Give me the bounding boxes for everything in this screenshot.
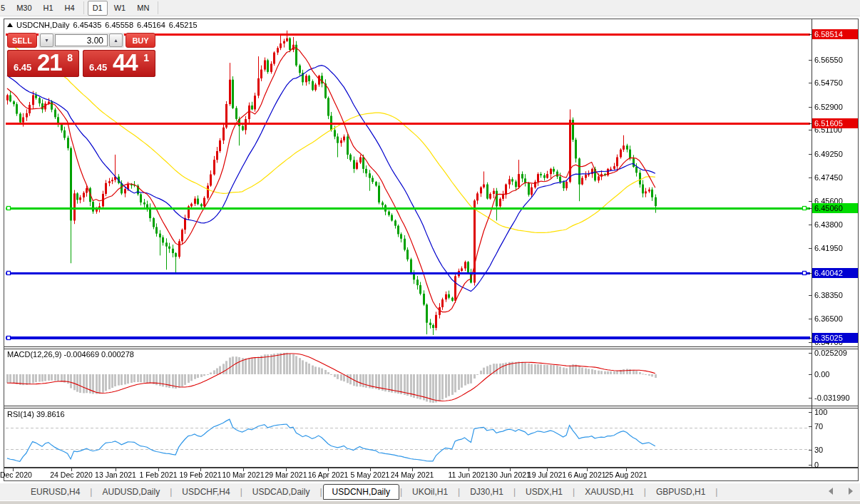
chart-tab-audusd-daily[interactable]: AUDUSD,Daily bbox=[93, 485, 169, 499]
axis-tick-label: 100 bbox=[814, 408, 827, 416]
tab-separator: | bbox=[715, 487, 717, 497]
axis-tick-label: 6.47450 bbox=[814, 173, 843, 182]
chart-tab-dj30-h1[interactable]: DJ30,H1 bbox=[461, 485, 513, 499]
axis-tick-label: 6.38350 bbox=[814, 291, 843, 299]
buy-price-big: 44 bbox=[113, 49, 138, 76]
tab-separator: | bbox=[458, 487, 460, 497]
price-line-badge: 6.35025 bbox=[812, 333, 858, 343]
date-tick-label: 16 Apr 2021 bbox=[308, 470, 349, 479]
date-tick-label: 5 May 2021 bbox=[351, 470, 390, 479]
timeframe-button-M30[interactable]: M30 bbox=[11, 1, 36, 16]
axis-tick-label: 6.36500 bbox=[814, 314, 843, 323]
timeframe-button-5[interactable]: 5 bbox=[0, 1, 10, 16]
axis-tick-label: 6.54750 bbox=[814, 78, 843, 87]
timeframe-button-W1[interactable]: W1 bbox=[109, 1, 131, 16]
tab-separator: | bbox=[170, 487, 172, 497]
date-tick-label: 30 Jun 2021 bbox=[489, 470, 531, 479]
axis-tick-label: 0 bbox=[814, 461, 819, 469]
volume-increase-button[interactable]: ▴ bbox=[109, 34, 123, 47]
tab-separator: | bbox=[644, 487, 646, 497]
axis-tick-label: 6.52900 bbox=[814, 103, 843, 111]
tab-separator: | bbox=[319, 487, 322, 497]
status-strip bbox=[0, 500, 860, 504]
axis-tick-label: 6.43800 bbox=[814, 220, 843, 229]
sell-button[interactable]: SELL bbox=[7, 33, 37, 48]
date-tick-label: 19 Jul 2021 bbox=[528, 470, 566, 479]
chart-tab-gbpusd-h1[interactable]: GBPUSD,H1 bbox=[647, 485, 715, 499]
rsi-label: RSI(14) 39.8616 bbox=[7, 410, 65, 418]
date-tick-label: 1 Feb 2021 bbox=[139, 470, 177, 479]
axis-tick-label: 0.00 bbox=[814, 370, 829, 379]
chart-tab-usdx-h1[interactable]: USDX,H1 bbox=[516, 485, 572, 499]
volume-decrease-button[interactable]: ▾ bbox=[40, 34, 53, 47]
one-click-trade-panel: SELL ▾ ▴ BUY 6.45 21 8 6.45 44 1 bbox=[7, 33, 155, 77]
axis-tick-label: 0.025209 bbox=[814, 349, 847, 357]
price-line-badge: 6.58514 bbox=[812, 29, 858, 39]
tab-separator: | bbox=[573, 487, 575, 497]
mt4-chart-window: 5M30H1H4D1W1MN USDCNH,Daily 6.454356.455… bbox=[0, 0, 860, 504]
sell-price-big: 21 bbox=[37, 49, 62, 76]
tab-separator: | bbox=[240, 487, 242, 497]
collapse-chart-icon[interactable] bbox=[7, 23, 13, 27]
date-tick-label: 13 Jan 2021 bbox=[95, 470, 136, 479]
price-line-badge: 6.51605 bbox=[812, 118, 858, 128]
tab-scroll-right-icon[interactable] bbox=[849, 488, 853, 495]
price-line-badge: 6.40042 bbox=[812, 268, 858, 278]
date-tick-label: 6 Aug 2021 bbox=[568, 470, 605, 479]
sell-price-box[interactable]: 6.45 21 8 bbox=[7, 50, 79, 77]
chart-tab-eurusd-h4[interactable]: EURUSD,H4 bbox=[21, 485, 89, 499]
timeframe-button-MN[interactable]: MN bbox=[132, 1, 154, 16]
tab-scroll-left-icon[interactable] bbox=[829, 488, 833, 495]
tab-separator: | bbox=[513, 487, 516, 497]
buy-price-sup: 1 bbox=[143, 52, 149, 63]
axis-tick-label: 6.41950 bbox=[814, 244, 843, 252]
tab-separator: | bbox=[400, 487, 402, 497]
chart-tab-usdcad-daily[interactable]: USDCAD,Daily bbox=[243, 485, 319, 499]
tab-scroll-arrows bbox=[829, 488, 853, 495]
axis-tick-label: 6.56550 bbox=[814, 56, 843, 64]
buy-button[interactable]: BUY bbox=[126, 33, 155, 48]
date-tick-label: 10 Mar 2021 bbox=[222, 470, 265, 479]
axis-tick-label: 6.49250 bbox=[814, 150, 843, 158]
volume-input[interactable] bbox=[55, 34, 108, 46]
axis-tick-label: 70 bbox=[814, 422, 823, 431]
ohlc-close: 6.45215 bbox=[169, 21, 198, 29]
date-tick-label: 5 Dec 2020 bbox=[0, 470, 32, 479]
volume-strip: ▾ ▴ bbox=[39, 33, 124, 48]
sell-price-prefix: 6.45 bbox=[14, 62, 31, 73]
macd-label: MACD(12,26,9) -0.004669 0.000278 bbox=[7, 350, 134, 359]
axis-tick-label: 30 bbox=[814, 446, 823, 454]
chart-symbol-label: USDCNH,Daily bbox=[16, 21, 70, 29]
date-tick-label: 24 Dec 2020 bbox=[50, 470, 93, 479]
chart-tab-ukoil-h1[interactable]: UKOil,H1 bbox=[403, 485, 457, 499]
ohlc-high: 6.45558 bbox=[105, 21, 133, 29]
timeframe-toolbar: 5M30H1H4D1W1MN bbox=[0, 0, 860, 16]
date-tick-label: 25 Aug 2021 bbox=[605, 470, 647, 479]
date-tick-label: 29 Mar 2021 bbox=[265, 470, 307, 479]
date-tick-label: 24 May 2021 bbox=[391, 470, 434, 479]
chart-tab-xauusd-h1[interactable]: XAUUSD,H1 bbox=[575, 485, 643, 499]
timeframe-button-D1[interactable]: D1 bbox=[88, 1, 108, 16]
sell-price-sup: 8 bbox=[67, 52, 73, 63]
ohlc-low: 6.45164 bbox=[137, 21, 165, 29]
chart-title: USDCNH,Daily 6.454356.455586.451646.4521… bbox=[7, 21, 198, 29]
buy-price-box[interactable]: 6.45 44 1 bbox=[83, 50, 155, 77]
chart-tab-bar: EURUSD,H4|AUDUSD,Daily|USDCHF,H4|USDCAD,… bbox=[0, 483, 860, 500]
buy-price-prefix: 6.45 bbox=[89, 62, 107, 73]
tab-separator: | bbox=[90, 487, 92, 497]
date-tick-label: 11 Jun 2021 bbox=[448, 470, 488, 479]
ohlc-open: 6.45435 bbox=[73, 21, 102, 29]
axis-tick-label: -0.031990 bbox=[814, 394, 850, 402]
timeframe-button-H4[interactable]: H4 bbox=[60, 1, 80, 16]
chart-tab-usdchf-h4[interactable]: USDCHF,H4 bbox=[173, 485, 239, 499]
price-line-badge: 6.45060 bbox=[812, 203, 858, 213]
date-tick-label: 19 Feb 2021 bbox=[180, 470, 222, 479]
chart-tab-usdcnh-daily[interactable]: USDCNH,Daily bbox=[323, 484, 399, 500]
timeframe-button-H1[interactable]: H1 bbox=[39, 1, 58, 16]
